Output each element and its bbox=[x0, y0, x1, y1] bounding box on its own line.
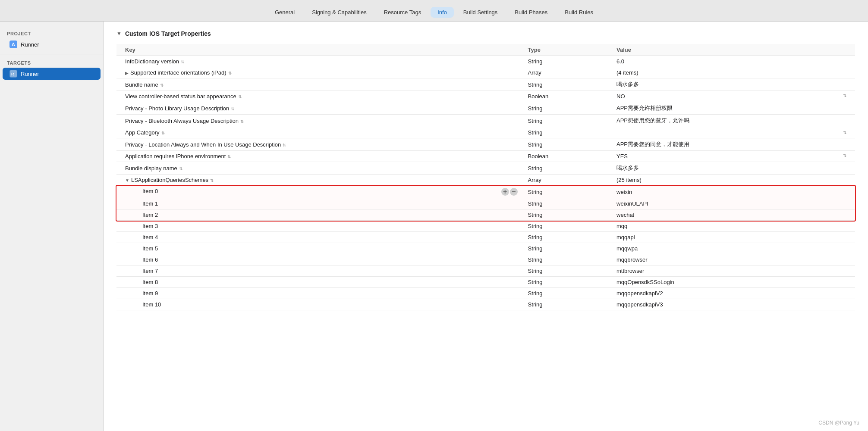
col-key-header: Key bbox=[116, 44, 523, 56]
row-value: ⇅ bbox=[611, 127, 855, 138]
row-key-text: Bundle display name bbox=[125, 165, 177, 172]
sidebar-item-target-runner[interactable]: R Runner bbox=[3, 68, 101, 80]
row-key: Item 5 bbox=[116, 243, 523, 254]
row-key: App Category⇅ bbox=[116, 127, 523, 138]
row-key-text: Item 3 bbox=[142, 223, 158, 229]
add-remove-buttons[interactable]: + − bbox=[501, 188, 518, 196]
content-area: ▼ Custom iOS Target Properties Key Type … bbox=[104, 22, 868, 431]
row-key-text: Item 6 bbox=[142, 256, 158, 263]
sidebar-item-project-runner[interactable]: A Runner bbox=[3, 38, 101, 50]
row-key: Bundle name⇅ bbox=[116, 78, 523, 91]
row-stepper[interactable]: ⇅ bbox=[181, 59, 184, 64]
table-row: Privacy - Photo Library Usage Descriptio… bbox=[116, 102, 855, 115]
tab-bar: General Signing & Capabilities Resource … bbox=[0, 0, 868, 22]
sidebar: PROJECT A Runner TARGETS R Runner bbox=[0, 22, 104, 431]
row-key: InfoDictionary version⇅ bbox=[116, 56, 523, 67]
row-key: ▼LSApplicationQueriesSchemes⇅ bbox=[116, 175, 523, 186]
row-value: mqqopensdkapiV3 bbox=[611, 299, 855, 310]
tab-build-phases[interactable]: Build Phases bbox=[507, 6, 555, 18]
row-key-text: Item 8 bbox=[142, 279, 158, 285]
row-value-text: 喝水多多 bbox=[616, 81, 639, 87]
row-stepper[interactable]: ⇅ bbox=[240, 119, 244, 124]
row-stepper[interactable]: ⇅ bbox=[283, 143, 286, 147]
value-stepper[interactable]: ⇅ bbox=[843, 130, 846, 135]
row-type: String bbox=[523, 115, 611, 127]
row-value-text: 喝水多多 bbox=[616, 165, 639, 171]
row-value: mqqOpensdkSSoLogin bbox=[611, 277, 855, 288]
tab-build-rules[interactable]: Build Rules bbox=[557, 6, 601, 18]
row-expand-icon[interactable]: ▶ bbox=[125, 71, 129, 75]
row-value-text: (4 items) bbox=[616, 69, 638, 76]
row-value: mqq bbox=[611, 221, 855, 232]
table-row: Item 10StringmqqopensdkapiV3 bbox=[116, 299, 855, 310]
row-key-text: Item 1 bbox=[142, 200, 158, 207]
row-key-text: Supported interface orientations (iPad) bbox=[130, 69, 226, 76]
row-expand-icon[interactable]: ▼ bbox=[125, 178, 129, 183]
row-key-text: Item 5 bbox=[142, 245, 158, 252]
row-value-text: mttbrowser bbox=[616, 268, 644, 274]
row-value: APP想使用您的蓝牙，允许吗 bbox=[611, 115, 855, 127]
section-title: Custom iOS Target Properties bbox=[125, 30, 211, 37]
table-row: Item 2Stringwechat bbox=[116, 209, 855, 221]
tab-resource-tags[interactable]: Resource Tags bbox=[376, 6, 429, 18]
row-value-text: APP需要您的同意，才能使用 bbox=[616, 141, 689, 147]
row-value-text: APP想使用您的蓝牙，允许吗 bbox=[616, 117, 689, 124]
row-key: Item 3 bbox=[116, 221, 523, 232]
row-value: 6.0 bbox=[611, 56, 855, 67]
section-header: ▼ Custom iOS Target Properties bbox=[116, 30, 855, 37]
row-type: String bbox=[523, 186, 611, 198]
table-row: Item 9StringmqqopensdkapiV2 bbox=[116, 288, 855, 299]
row-value-text: 6.0 bbox=[616, 58, 624, 65]
row-key: Item 7 bbox=[116, 265, 523, 277]
row-type: Array bbox=[523, 67, 611, 78]
row-value: YES⇅ bbox=[611, 151, 855, 162]
row-value-text: mqqopensdkapiV2 bbox=[616, 290, 663, 297]
sidebar-target-runner-label: Runner bbox=[21, 71, 39, 77]
row-type: String bbox=[523, 138, 611, 151]
col-value-header: Value bbox=[611, 44, 855, 56]
collapse-icon[interactable]: ▼ bbox=[116, 31, 122, 37]
row-key: Privacy - Photo Library Usage Descriptio… bbox=[116, 102, 523, 115]
row-type: String bbox=[523, 254, 611, 265]
row-type: String bbox=[523, 299, 611, 310]
row-stepper[interactable]: ⇅ bbox=[179, 166, 182, 171]
table-row: Item 7Stringmttbrowser bbox=[116, 265, 855, 277]
tab-general[interactable]: General bbox=[267, 6, 302, 18]
row-value: mttbrowser bbox=[611, 265, 855, 277]
row-value: 喝水多多 bbox=[611, 162, 855, 175]
remove-item-button[interactable]: − bbox=[510, 188, 518, 196]
row-stepper[interactable]: ⇅ bbox=[238, 94, 242, 99]
row-key-text: Item 7 bbox=[142, 268, 158, 274]
row-key-text: LSApplicationQueriesSchemes bbox=[131, 177, 208, 183]
row-type: String bbox=[523, 277, 611, 288]
tab-build-settings[interactable]: Build Settings bbox=[456, 6, 506, 18]
row-key-text: Item 10 bbox=[142, 301, 161, 308]
row-value: 喝水多多 bbox=[611, 78, 855, 91]
tab-info[interactable]: Info bbox=[431, 7, 454, 18]
row-key: Item 2 bbox=[116, 209, 523, 221]
add-item-button[interactable]: + bbox=[501, 188, 509, 196]
tab-signing[interactable]: Signing & Capabilities bbox=[304, 6, 374, 18]
row-value-text: weixinULAPI bbox=[616, 200, 648, 207]
value-stepper[interactable]: ⇅ bbox=[843, 93, 846, 98]
table-row: Item 0 + − Stringweixin bbox=[116, 186, 855, 198]
row-type: String bbox=[523, 209, 611, 221]
watermark: CSDN @Pang Yu bbox=[818, 420, 859, 426]
row-type: String bbox=[523, 198, 611, 209]
row-value-text: mqqapi bbox=[616, 234, 635, 240]
row-type: String bbox=[523, 162, 611, 175]
row-key: Item 1 bbox=[116, 198, 523, 209]
table-row: View controller-based status bar appeara… bbox=[116, 91, 855, 102]
row-stepper[interactable]: ⇅ bbox=[160, 83, 164, 87]
row-key: Item 6 bbox=[116, 254, 523, 265]
row-stepper[interactable]: ⇅ bbox=[227, 154, 231, 159]
row-key: View controller-based status bar appeara… bbox=[116, 91, 523, 102]
value-stepper[interactable]: ⇅ bbox=[843, 153, 846, 158]
row-stepper[interactable]: ⇅ bbox=[231, 106, 234, 111]
properties-table: Key Type Value InfoDictionary version⇅St… bbox=[116, 44, 855, 310]
row-stepper[interactable]: ⇅ bbox=[228, 71, 232, 75]
row-type: String bbox=[523, 232, 611, 243]
row-stepper[interactable]: ⇅ bbox=[210, 178, 214, 183]
row-stepper[interactable]: ⇅ bbox=[161, 131, 165, 135]
row-key: Item 0 + − bbox=[116, 186, 523, 198]
